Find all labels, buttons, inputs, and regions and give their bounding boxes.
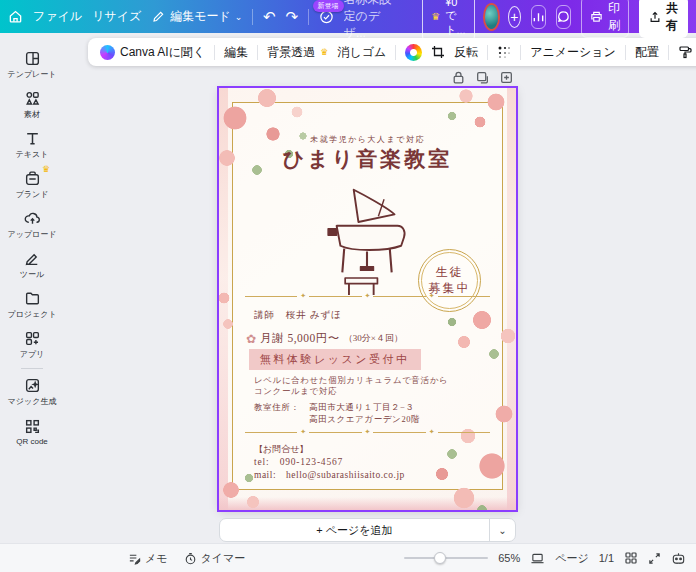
sidebar-item-elements[interactable]: 素材 <box>2 85 62 125</box>
comments-button[interactable] <box>556 5 571 29</box>
add-page-button[interactable]: + ページを追加 <box>220 519 489 541</box>
flyer-subtitle: 未就学児から大人まで対応 <box>219 134 516 145</box>
redo-button[interactable]: ↷ <box>285 9 298 24</box>
students-wanted-badge: 生徒 募集中 <box>418 249 481 312</box>
animation-button[interactable]: アニメーション <box>530 44 616 61</box>
copy-style-button[interactable] <box>678 45 692 59</box>
lock-icon <box>451 70 466 85</box>
timer-button[interactable]: タイマー <box>184 551 246 566</box>
sidebar-item-brand[interactable]: ♛ ブランド <box>2 165 62 205</box>
zoom-slider-handle[interactable] <box>434 552 446 564</box>
sidebar-item-qr-code[interactable]: QR code <box>2 412 62 452</box>
sidebar-item-label: ツール <box>20 269 44 280</box>
insights-button[interactable] <box>531 5 546 29</box>
fullscreen-icon <box>648 552 661 565</box>
color-wheel-icon[interactable] <box>405 44 422 61</box>
timer-icon <box>184 552 197 565</box>
page-view-icon <box>530 552 545 565</box>
chat-bubble-icon <box>557 10 570 23</box>
badge-line-1: 生徒 <box>436 265 464 280</box>
flyer-fee: ✿ 月謝 5,000円〜 （30分×４回） <box>246 331 403 346</box>
divider <box>487 45 488 60</box>
notes-button[interactable]: メモ <box>128 551 168 566</box>
chevron-down-icon: ⌄ <box>498 525 506 536</box>
fee-sub: （30分×４回） <box>344 332 403 345</box>
crop-button[interactable] <box>431 45 445 59</box>
upgrade-button[interactable]: ♛ ¥0でト... <box>422 0 474 42</box>
grid-view-icon <box>624 551 638 565</box>
avatar[interactable] <box>485 5 498 29</box>
flip-button[interactable]: 反転 <box>454 44 478 61</box>
eraser-button[interactable]: 消しゴム <box>337 44 386 61</box>
menu-resize[interactable]: リサイズ <box>92 8 141 25</box>
flyer-contact-mail: mail: hello@subarashiisaito.co.jp <box>254 469 405 482</box>
sidebar-item-label: テンプレート <box>8 69 57 80</box>
help-robot-icon <box>671 551 686 565</box>
bg-remove-button[interactable]: 背景透過 ♛ <box>267 44 328 61</box>
gold-divider: ✦✦✦ <box>245 429 490 436</box>
sidebar-item-tools[interactable]: ツール <box>2 245 62 285</box>
flyer-contact-title: 【お問合せ】 <box>254 443 308 456</box>
status-bar: メモ タイマー 65% ページ 1/1 <box>0 543 696 572</box>
page-indicator: 1/1 <box>599 552 614 564</box>
tools-pen-icon <box>24 250 41 267</box>
sidebar-item-text[interactable]: テキスト <box>2 125 62 165</box>
canva-ai-icon <box>100 45 115 60</box>
halftone-icon <box>497 45 511 59</box>
sidebar-item-label: ブランド <box>16 189 49 200</box>
text-icon <box>24 130 41 147</box>
add-page-chevron-button[interactable]: ⌄ <box>489 519 515 541</box>
notes-label: メモ <box>145 551 168 566</box>
printer-icon <box>590 10 603 23</box>
halftone-button[interactable] <box>497 45 511 59</box>
add-member-button[interactable]: + <box>508 6 521 28</box>
flyer-free-trial: 無料体験レッスン受付中 <box>249 349 421 370</box>
sidebar-item-uploads[interactable]: アップロード <box>2 205 62 245</box>
chevron-down-icon: ⌄ <box>235 12 243 22</box>
sidebar-item-templates[interactable]: テンプレート <box>2 45 62 85</box>
sidebar-item-magic-generate[interactable]: マジック生成 <box>2 372 62 412</box>
help-assistant-button[interactable] <box>671 551 686 565</box>
document-title[interactable]: 名称未設定のデザ... <box>344 0 403 42</box>
zoom-level[interactable]: 65% <box>498 552 520 564</box>
undo-button[interactable]: ↶ <box>263 9 276 24</box>
edit-mode-menu[interactable]: 編集モード ⌄ <box>151 8 242 25</box>
template-icon <box>24 50 41 67</box>
fee-main: 月謝 5,000円〜 <box>260 331 340 346</box>
divider <box>257 45 258 60</box>
menu-file[interactable]: ファイル <box>33 8 82 25</box>
ask-canva-ai-button[interactable]: Canva AIに聞く <box>100 44 205 61</box>
grid-view-button[interactable] <box>624 551 638 565</box>
duplicate-page-button[interactable] <box>475 70 490 85</box>
approval-button[interactable]: 新登場 <box>319 9 334 24</box>
context-toolbar: Canva AIに聞く 編集 背景透過 ♛ 消しゴム 反転 アニメーション <box>88 38 696 66</box>
edit-image-button[interactable]: 編集 <box>224 44 248 61</box>
add-page-icon-button[interactable] <box>499 70 514 85</box>
magic-image-icon <box>24 377 41 394</box>
page-view-button[interactable] <box>530 552 545 565</box>
flower-cluster-bottom-right <box>412 370 516 510</box>
divider <box>520 45 521 60</box>
design-page[interactable]: 未就学児から大人まで対応 ひまり音楽教室 生徒 募集中 <box>219 88 516 510</box>
crown-icon: ♛ <box>320 47 328 57</box>
add-page-control: + ページを追加 ⌄ <box>219 518 516 542</box>
page-actions <box>451 70 514 85</box>
sidebar-item-label: QR code <box>16 437 48 446</box>
flyer-instructor: 講師 桜井 みずほ <box>254 309 342 322</box>
canvas-area: Canva AIに聞く 編集 背景透過 ♛ 消しゴム 反転 アニメーション <box>64 33 696 543</box>
edit-mode-label: 編集モード <box>170 8 231 25</box>
home-icon[interactable] <box>8 9 23 24</box>
share-button[interactable]: 共有 <box>639 0 688 38</box>
upload-cloud-icon <box>24 210 41 227</box>
fullscreen-button[interactable] <box>648 552 661 565</box>
sidebar-item-projects[interactable]: プロジェクト <box>2 285 62 325</box>
print-button[interactable]: 印刷 <box>581 0 629 38</box>
page-view-label[interactable]: ページ <box>555 551 589 566</box>
divider <box>252 9 253 25</box>
sidebar-item-apps[interactable]: アプリ <box>2 325 62 365</box>
zoom-slider[interactable] <box>404 557 488 559</box>
duplicate-page-icon <box>475 70 490 85</box>
position-button[interactable]: 配置 <box>635 44 659 61</box>
print-label: 印刷 <box>608 0 620 34</box>
lock-page-button[interactable] <box>451 70 466 85</box>
